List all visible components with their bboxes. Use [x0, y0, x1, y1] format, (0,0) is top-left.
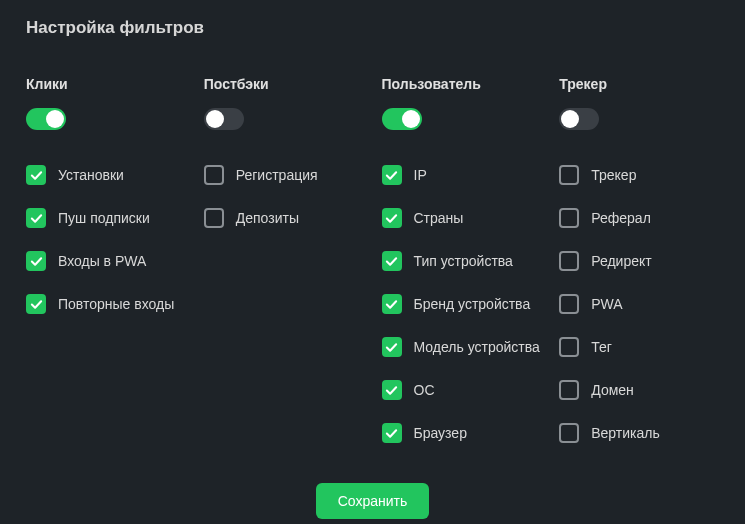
check-icon — [382, 251, 402, 271]
checkbox-empty-icon — [559, 380, 579, 400]
column-user: Пользователь IP Страны Тип устройства Бр… — [382, 76, 560, 465]
save-button[interactable]: Сохранить — [316, 483, 430, 519]
checkbox-empty-icon — [204, 165, 224, 185]
checkbox-pwa-entries[interactable]: Входы в PWA — [26, 250, 204, 272]
column-user-header: Пользователь — [382, 76, 560, 92]
checkbox-label: PWA — [591, 296, 622, 312]
checkbox-empty-icon — [204, 208, 224, 228]
checkbox-label: ОС — [414, 382, 435, 398]
checkbox-push-subs[interactable]: Пуш подписки — [26, 207, 204, 229]
toggle-clicks[interactable] — [26, 108, 66, 130]
column-clicks: Клики Установки Пуш подписки Входы в PWA… — [26, 76, 204, 465]
checkbox-ip[interactable]: IP — [382, 164, 560, 186]
checkbox-label: Регистрация — [236, 167, 318, 183]
check-icon — [26, 208, 46, 228]
checkbox-label: Страны — [414, 210, 464, 226]
checkbox-label: Повторные входы — [58, 296, 174, 312]
checkbox-empty-icon — [559, 251, 579, 271]
checkbox-label: Пуш подписки — [58, 210, 150, 226]
check-icon — [382, 208, 402, 228]
checkbox-label: Модель устройства — [414, 339, 540, 355]
checkbox-label: Входы в PWA — [58, 253, 146, 269]
checkbox-label: IP — [414, 167, 427, 183]
checkbox-label: Вертикаль — [591, 425, 660, 441]
check-icon — [382, 294, 402, 314]
checkbox-redirect[interactable]: Редирект — [559, 250, 719, 272]
checkbox-device-model[interactable]: Модель устройства — [382, 336, 560, 358]
toggle-postbacks[interactable] — [204, 108, 244, 130]
check-icon — [382, 423, 402, 443]
checkbox-empty-icon — [559, 423, 579, 443]
checkbox-label: Домен — [591, 382, 634, 398]
checkbox-label: Реферал — [591, 210, 651, 226]
checkbox-installs[interactable]: Установки — [26, 164, 204, 186]
checkbox-label: Бренд устройства — [414, 296, 531, 312]
check-icon — [26, 165, 46, 185]
checkbox-tag[interactable]: Тег — [559, 336, 719, 358]
column-postbacks: Постбэки Регистрация Депозиты — [204, 76, 382, 465]
column-tracker-header: Трекер — [559, 76, 719, 92]
column-tracker: Трекер Трекер Реферал Редирект PWA Тег Д… — [559, 76, 719, 465]
checkbox-device-brand[interactable]: Бренд устройства — [382, 293, 560, 315]
checkbox-countries[interactable]: Страны — [382, 207, 560, 229]
checkbox-label: Депозиты — [236, 210, 299, 226]
checkbox-empty-icon — [559, 294, 579, 314]
checkbox-os[interactable]: ОС — [382, 379, 560, 401]
toggle-tracker[interactable] — [559, 108, 599, 130]
check-icon — [26, 294, 46, 314]
checkbox-label: Редирект — [591, 253, 651, 269]
checkbox-label: Тип устройства — [414, 253, 513, 269]
checkbox-tracker[interactable]: Трекер — [559, 164, 719, 186]
checkbox-referral[interactable]: Реферал — [559, 207, 719, 229]
checkbox-label: Трекер — [591, 167, 636, 183]
checkbox-device-type[interactable]: Тип устройства — [382, 250, 560, 272]
checkbox-empty-icon — [559, 337, 579, 357]
column-clicks-header: Клики — [26, 76, 204, 92]
page-title: Настройка фильтров — [26, 18, 719, 38]
checkbox-empty-icon — [559, 208, 579, 228]
check-icon — [382, 165, 402, 185]
check-icon — [26, 251, 46, 271]
checkbox-deposits[interactable]: Депозиты — [204, 207, 382, 229]
checkbox-label: Браузер — [414, 425, 467, 441]
checkbox-registration[interactable]: Регистрация — [204, 164, 382, 186]
checkbox-domain[interactable]: Домен — [559, 379, 719, 401]
checkbox-vertical[interactable]: Вертикаль — [559, 422, 719, 444]
checkbox-empty-icon — [559, 165, 579, 185]
checkbox-label: Тег — [591, 339, 612, 355]
column-postbacks-header: Постбэки — [204, 76, 382, 92]
filter-columns: Клики Установки Пуш подписки Входы в PWA… — [26, 76, 719, 465]
toggle-user[interactable] — [382, 108, 422, 130]
check-icon — [382, 337, 402, 357]
check-icon — [382, 380, 402, 400]
checkbox-repeat-entries[interactable]: Повторные входы — [26, 293, 204, 315]
checkbox-pwa[interactable]: PWA — [559, 293, 719, 315]
checkbox-browser[interactable]: Браузер — [382, 422, 560, 444]
checkbox-label: Установки — [58, 167, 124, 183]
